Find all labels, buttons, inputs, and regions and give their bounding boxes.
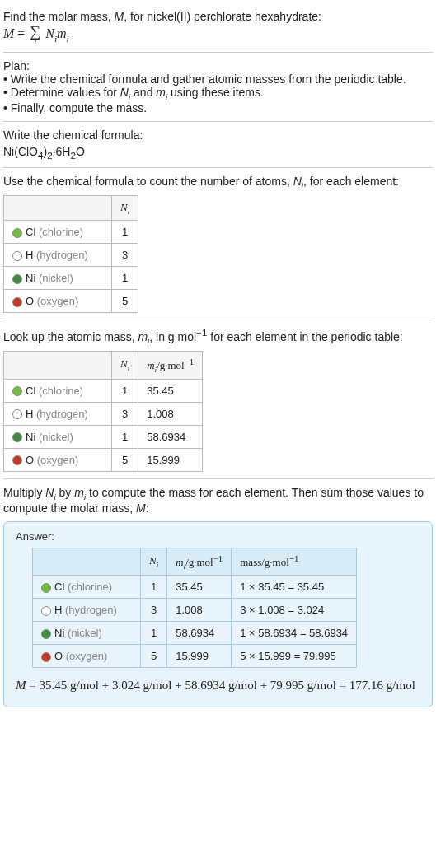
chem-p0: Ni(ClO: [3, 145, 38, 158]
count-section: Use the chemical formula to count the nu…: [3, 168, 433, 320]
swatch-icon: [12, 386, 22, 396]
col-mass-exp: −1: [289, 553, 299, 563]
col-ni-N: N: [120, 201, 128, 213]
count-h-N: N: [293, 175, 302, 188]
col-element: [33, 548, 141, 576]
swatch-icon: [12, 409, 22, 419]
n-cell: 1: [112, 379, 138, 402]
element-cell: H (hydrogen): [4, 244, 112, 267]
intro-text-pre: Find the molar mass,: [3, 10, 115, 23]
swatch-icon: [12, 432, 22, 442]
elem-sym: H: [26, 408, 33, 420]
n-cell: 1: [112, 221, 138, 244]
plan-bullet-3: • Finally, compute the mass.: [3, 101, 433, 114]
elem-name: (oxygen): [37, 454, 79, 466]
swatch-icon: [41, 652, 51, 662]
intro-var-M: M: [115, 10, 124, 23]
plan-b2-pre: • Determine values for: [3, 86, 120, 99]
plan-section: Plan: • Write the chemical formula and g…: [3, 53, 433, 122]
col-ni: Ni: [112, 195, 138, 221]
elem-sym: Ni: [54, 627, 64, 639]
table-row: Cl (chlorine)135.451 × 35.45 = 35.45: [33, 576, 357, 599]
calc-cell: 1 × 58.6934 = 58.6934: [232, 622, 357, 645]
mul-N: N: [45, 486, 54, 499]
mass-heading: Look up the atomic mass, mi, in g·mol−1 …: [3, 327, 433, 345]
table-row: Cl (chlorine)135.45: [4, 379, 203, 402]
table-row: Ni (nickel)1: [4, 267, 138, 290]
col-ni: Ni: [112, 351, 138, 379]
swatch-icon: [12, 228, 22, 238]
mass-h-m: m: [138, 330, 148, 343]
table-row: Cl (chlorine)1: [4, 221, 138, 244]
intro-line: Find the molar mass, M, for nickel(II) p…: [3, 10, 433, 23]
elem-name: (chlorine): [39, 226, 83, 238]
elem-sym: O: [26, 454, 34, 466]
elem-sym: O: [26, 295, 34, 307]
elem-sym: O: [54, 650, 63, 662]
elem-sym: Cl: [26, 226, 35, 238]
mass-table: Ni mi/g·mol−1 Cl (chlorine)135.45 H (hyd…: [3, 351, 203, 472]
col-mi-m: m: [176, 556, 183, 568]
element-cell: O (oxygen): [4, 290, 112, 313]
eq-eq: =: [14, 26, 28, 40]
col-mi: mi/g·mol−1: [167, 548, 232, 576]
plan-heading: Plan:: [3, 59, 433, 72]
table-row: O (oxygen)5: [4, 290, 138, 313]
intro-text-post: , for nickel(II) perchlorate hexahydrate…: [124, 10, 321, 23]
mass-h-mid: , in g·mol: [149, 330, 196, 343]
chem-p4: ·6H: [53, 145, 71, 158]
m-cell: 58.6934: [167, 622, 232, 645]
elem-sym: Ni: [26, 431, 35, 443]
elem-name: (nickel): [39, 431, 73, 443]
mul-M: M: [136, 502, 146, 515]
sum-symbol: ∑i: [30, 25, 40, 45]
col-ni: Ni: [141, 548, 167, 576]
plan-bullet-2: • Determine values for Ni and mi using t…: [3, 86, 433, 101]
elem-name: (hydrogen): [65, 604, 117, 616]
elem-sym: Ni: [26, 272, 35, 284]
element-cell: Cl (chlorine): [4, 221, 112, 244]
plan-bullet-1: • Write the chemical formula and gather …: [3, 72, 433, 86]
col-ni-N: N: [149, 554, 157, 567]
col-mi-m: m: [147, 359, 154, 371]
calc-cell: 3 × 1.008 = 3.024: [232, 599, 357, 622]
mass-section: Look up the atomic mass, mi, in g·mol−1 …: [3, 320, 433, 478]
intro-equation: M = ∑i Nimi: [3, 25, 433, 45]
table-header-row: Ni: [4, 195, 138, 221]
m-cell: 58.6934: [138, 425, 203, 448]
final-M: M: [16, 679, 26, 692]
col-element: [4, 351, 112, 379]
table-header-row: Ni mi/g·mol−1 mass/g·mol−1: [33, 548, 357, 576]
col-mi-exp: −1: [213, 553, 223, 563]
elem-sym: H: [54, 604, 62, 616]
answer-label: Answer:: [16, 530, 420, 543]
col-mi-unit: /g·mol: [157, 359, 185, 371]
col-mi: mi/g·mol−1: [138, 351, 203, 379]
count-h-post: , for each element:: [303, 175, 399, 188]
table-row: H (hydrogen)3: [4, 244, 138, 267]
chem-heading: Write the chemical formula:: [3, 128, 433, 142]
element-cell: Ni (nickel): [33, 622, 141, 645]
element-cell: O (oxygen): [33, 645, 141, 668]
m-cell: 15.999: [167, 645, 232, 668]
table-row: H (hydrogen)31.008: [4, 402, 203, 425]
plan-b2-mid: and: [130, 86, 156, 99]
element-cell: Cl (chlorine): [4, 379, 112, 402]
m-cell: 35.45: [167, 576, 232, 599]
col-ni-sub: i: [128, 207, 130, 215]
swatch-icon: [12, 251, 22, 261]
col-element: [4, 195, 112, 221]
eq-N: N: [45, 26, 54, 40]
swatch-icon: [12, 455, 22, 465]
n-cell: 1: [112, 425, 138, 448]
element-cell: Ni (nickel): [4, 267, 112, 290]
col-mass: mass/g·mol−1: [232, 548, 357, 576]
col-ni-sub: i: [128, 364, 130, 372]
plan-b2-post: using these items.: [167, 86, 264, 99]
answer-section: Multiply Ni by mi to compute the mass fo…: [3, 479, 433, 707]
swatch-icon: [41, 583, 51, 593]
elem-sym: Cl: [26, 385, 35, 397]
count-h-pre: Use the chemical formula to count the nu…: [3, 175, 293, 188]
table-row: Ni (nickel)158.69341 × 58.6934 = 58.6934: [33, 622, 357, 645]
plan-b2-N: N: [120, 86, 129, 99]
